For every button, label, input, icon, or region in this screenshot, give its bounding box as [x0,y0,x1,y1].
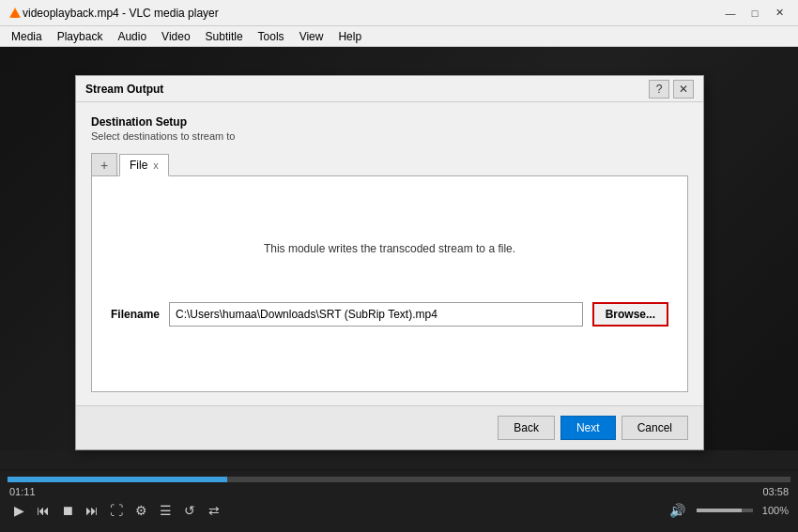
menu-subtitle[interactable]: Subtitle [198,28,251,45]
vlc-controls: 01:11 03:58 ▶ ⏮ ⏹ ⏭ ⛶ ⚙ ☰ ↺ ⇄ 🔊 100% [0,471,798,532]
title-bar: videoplayback.mp4 - VLC media player — □… [0,0,798,26]
loop-button[interactable]: ↺ [180,501,199,520]
stream-output-dialog: Stream Output ? ✕ Destination Setup Sele… [75,75,704,450]
menu-video[interactable]: Video [154,28,197,45]
random-button[interactable]: ⇄ [205,501,223,520]
dialog-help-button[interactable]: ? [649,80,669,99]
window-controls: — □ ✕ [719,4,790,23]
vlc-logo-icon [8,6,23,21]
maximize-button[interactable]: □ [744,4,766,23]
back-button[interactable]: Back [498,416,555,440]
playlist-button[interactable]: ☰ [156,501,175,520]
svg-rect-2 [12,16,18,18]
volume-fill [697,509,742,512]
filename-label: Filename [111,308,160,321]
time-display: 01:11 03:58 [0,486,798,497]
menu-bar: Media Playback Audio Video Subtitle Tool… [0,26,798,47]
total-time: 03:58 [762,486,789,497]
menu-tools[interactable]: Tools [251,28,292,45]
dialog-titlebar: Stream Output ? ✕ [76,76,703,102]
tab-file-label: File [130,159,147,172]
extended-button[interactable]: ⚙ [131,501,150,520]
dialog-title-controls: ? ✕ [649,80,694,99]
dialog-title: Stream Output [85,83,649,96]
menu-playback[interactable]: Playback [50,28,111,45]
fullscreen-button[interactable]: ⛶ [107,501,126,520]
stop-button[interactable]: ⏹ [58,501,77,520]
tab-file[interactable]: File x [119,154,169,176]
browse-button[interactable]: Browse... [592,302,668,327]
dialog-content: Destination Setup Select destinations to… [76,102,703,405]
svg-marker-1 [10,9,20,17]
next-button[interactable]: Next [560,416,616,440]
close-window-button[interactable]: ✕ [768,4,790,23]
next-button[interactable]: ⏭ [83,501,101,520]
tab-file-close[interactable]: x [153,160,159,171]
prev-button[interactable]: ⏮ [34,501,53,520]
progress-bar[interactable] [8,477,790,482]
progress-fill [8,477,227,482]
dialog-footer: Back Next Cancel [76,405,703,449]
menu-media[interactable]: Media [4,28,50,45]
window-title: videoplayback.mp4 - VLC media player [23,7,719,20]
menu-audio[interactable]: Audio [110,28,154,45]
mute-button[interactable]: 🔊 [668,501,687,520]
filename-input[interactable] [169,302,583,327]
volume-percent: 100% [762,505,789,516]
module-description: This module writes the transcoded stream… [264,242,515,255]
tab-content-area: This module writes the transcoded stream… [91,176,688,392]
menu-view[interactable]: View [292,28,331,45]
section-title: Destination Setup [91,115,688,129]
minimize-button[interactable]: — [719,4,742,23]
dialog-close-button[interactable]: ✕ [673,80,694,99]
menu-help[interactable]: Help [330,28,369,45]
volume-slider[interactable] [697,509,753,512]
cancel-button[interactable]: Cancel [622,416,688,440]
control-buttons: ▶ ⏮ ⏹ ⏭ ⛶ ⚙ ☰ ↺ ⇄ 🔊 100% [0,497,798,524]
tab-bar: + File x [91,153,688,176]
tab-add-button[interactable]: + [91,153,117,175]
section-subtitle: Select destinations to stream to [91,130,688,142]
filename-row: Filename Browse... [111,302,668,327]
play-button[interactable]: ▶ [9,501,28,520]
current-time: 01:11 [9,486,36,497]
vlc-main-area: Stream Output ? ✕ Destination Setup Sele… [0,47,798,469]
